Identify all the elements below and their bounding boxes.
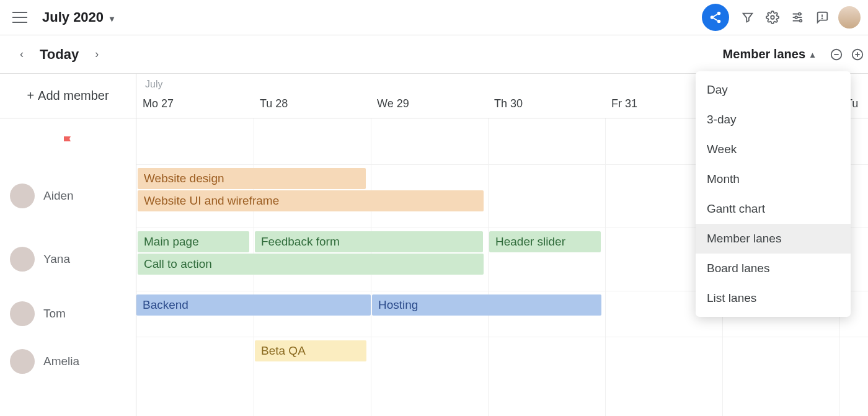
today-button[interactable]: Today: [40, 46, 79, 63]
svg-point-5: [795, 16, 797, 19]
feedback-icon: [815, 11, 829, 24]
task-bar[interactable]: Feedback form: [255, 231, 483, 252]
tune-button[interactable]: [785, 5, 810, 30]
svg-point-2: [717, 20, 721, 23]
member-name: Tom: [43, 307, 66, 321]
member-lane-yana[interactable]: Yana: [0, 228, 136, 291]
filter-icon: [741, 11, 755, 24]
zoom-out-button[interactable]: [826, 44, 847, 65]
avatar: [10, 247, 35, 272]
day-header: We 29: [371, 97, 488, 118]
flag-icon: [61, 134, 76, 149]
task-bar[interactable]: Header slider: [489, 231, 601, 252]
member-name: Amelia: [43, 355, 79, 368]
member-sidebar: + Add member Aiden Yana Tom Amelia: [0, 74, 136, 416]
caret-up-icon: ▴: [810, 50, 815, 60]
view-option-board-lanes[interactable]: Board lanes: [696, 254, 851, 283]
zoom-in-button[interactable]: [847, 44, 868, 65]
plus-circle-icon: [851, 48, 864, 61]
sub-bar: ‹ Today › Member lanes ▴ Day 3-day Week …: [0, 35, 868, 74]
member-lane-amelia[interactable]: Amelia: [0, 337, 136, 386]
view-option-member-lanes[interactable]: Member lanes: [696, 224, 851, 254]
top-bar: July 2020 ▾: [0, 0, 868, 35]
add-member-button[interactable]: + Add member: [0, 74, 136, 118]
view-selector[interactable]: Member lanes ▴: [723, 47, 815, 61]
plus-icon: +: [27, 89, 34, 103]
share-button[interactable]: [702, 4, 729, 31]
menu-icon[interactable]: [12, 12, 27, 23]
share-icon: [709, 11, 722, 24]
view-option-list-lanes[interactable]: List lanes: [696, 283, 851, 313]
view-option-month[interactable]: Month: [696, 164, 851, 194]
user-avatar[interactable]: [838, 6, 861, 29]
svg-point-0: [717, 12, 721, 15]
view-selector-label: Member lanes: [723, 47, 805, 61]
title-text: July 2020: [42, 9, 104, 25]
task-bar[interactable]: Beta QA: [255, 340, 366, 361]
svg-point-1: [711, 15, 714, 19]
avatar: [10, 184, 35, 208]
day-header: Tu 28: [254, 97, 371, 118]
task-bar[interactable]: Main page: [138, 231, 249, 252]
day-header: Th 30: [488, 97, 605, 118]
view-option-day[interactable]: Day: [696, 75, 851, 105]
minus-circle-icon: [830, 48, 843, 61]
feedback-button[interactable]: [810, 5, 835, 30]
task-bar[interactable]: Website UI and wireframe: [138, 190, 484, 211]
task-bar[interactable]: Website design: [138, 168, 366, 189]
view-option-week[interactable]: Week: [696, 135, 851, 164]
page-title[interactable]: July 2020 ▾: [42, 9, 114, 25]
member-name: Yana: [43, 252, 70, 266]
next-button[interactable]: ›: [87, 48, 106, 61]
avatar: [10, 349, 35, 374]
gear-icon: [766, 11, 779, 24]
sliders-icon: [790, 11, 804, 24]
task-bar[interactable]: Hosting: [372, 294, 601, 316]
svg-point-6: [800, 20, 802, 22]
prev-button[interactable]: ‹: [12, 48, 31, 61]
settings-button[interactable]: [760, 5, 785, 30]
task-bar[interactable]: Backend: [136, 294, 371, 316]
member-name: Aiden: [43, 189, 74, 203]
svg-point-4: [799, 13, 801, 15]
day-header: Mo 27: [136, 97, 254, 118]
month-label: July: [145, 79, 162, 90]
filter-button[interactable]: [735, 5, 760, 30]
member-lane-tom[interactable]: Tom: [0, 291, 136, 337]
view-option-3day[interactable]: 3-day: [696, 105, 851, 135]
avatar: [10, 301, 35, 326]
svg-point-8: [822, 18, 823, 19]
add-member-label: Add member: [38, 89, 109, 103]
svg-point-3: [771, 15, 774, 19]
view-dropdown: Day 3-day Week Month Gantt chart Member …: [696, 71, 851, 317]
flagged-lane-header[interactable]: [0, 118, 136, 164]
task-bar[interactable]: Call to action: [138, 254, 484, 275]
caret-down-icon: ▾: [110, 14, 114, 24]
view-option-gantt[interactable]: Gantt chart: [696, 194, 851, 224]
member-lane-aiden[interactable]: Aiden: [0, 164, 136, 228]
